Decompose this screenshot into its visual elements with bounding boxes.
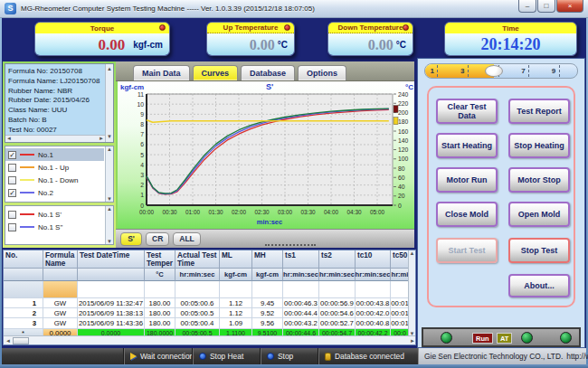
tab-main-data[interactable]: Main Data <box>133 65 190 80</box>
checkbox-icon[interactable] <box>8 176 16 184</box>
motor-stop-button[interactable]: Motor Stop <box>508 167 570 193</box>
chart-btn-s-prime[interactable]: S' <box>120 232 142 246</box>
scroll-left-icon[interactable]: ◄ <box>6 134 12 143</box>
scroll-down-icon[interactable]: ▼ <box>107 196 112 202</box>
scrollbar-thumb[interactable] <box>13 337 29 344</box>
scroll-right-icon[interactable]: ► <box>99 134 104 143</box>
formula-vscrollbar[interactable]: ▲▼ <box>105 64 113 142</box>
curve-list2-vscrollbar[interactable]: ▲▼ <box>105 206 113 244</box>
empty-cell[interactable] <box>220 281 252 298</box>
table-cell[interactable]: 00:00:52.7 <box>319 318 356 329</box>
table-cell[interactable]: 9.45 <box>252 298 283 308</box>
open-mold-button[interactable]: Open Mold <box>508 202 570 227</box>
table-cell[interactable]: 1 <box>4 298 43 308</box>
curve-list-item[interactable]: No.1 S' <box>5 208 104 221</box>
about-button[interactable]: About... <box>508 274 570 297</box>
curve-list-item[interactable]: ✓No.1 <box>5 148 104 161</box>
table-cell[interactable]: 00:00:54.6 <box>319 308 356 318</box>
table-cell[interactable]: 00:05:00.4 <box>175 318 220 329</box>
table-cell[interactable]: 1.09 <box>220 318 252 329</box>
table-cell[interactable]: 9.52 <box>252 308 283 318</box>
close-button[interactable]: × <box>556 0 583 13</box>
table-cell[interactable]: 00:05:00.6 <box>175 298 220 308</box>
stop-test-button[interactable]: Stop Test <box>508 238 570 263</box>
curve-list-item[interactable]: No.1 - Down <box>5 174 104 186</box>
checkbox-icon[interactable] <box>8 164 16 172</box>
empty-cell[interactable] <box>391 281 410 298</box>
table-cell[interactable]: 00:00:40.8 <box>356 318 391 329</box>
table-cell[interactable]: 00:01 <box>391 318 410 329</box>
table-cell[interactable]: GW <box>43 298 78 308</box>
empty-cell[interactable] <box>356 281 391 298</box>
table-cell[interactable]: 1.12 <box>220 298 252 308</box>
curve-list-item[interactable]: No.1 - Up <box>5 161 104 174</box>
table-cell[interactable]: 180.00 <box>145 308 175 318</box>
tab-database[interactable]: Database <box>241 65 295 80</box>
range-slider[interactable]: 13579 <box>424 63 578 79</box>
table-cell[interactable]: 180.00 <box>145 318 175 329</box>
scroll-right-icon[interactable]: ► <box>410 338 415 344</box>
table-cell[interactable]: 00:01 <box>391 298 410 308</box>
empty-cell[interactable] <box>319 281 356 298</box>
table-cell[interactable]: 00:00:43.8 <box>356 298 391 308</box>
clear-test-data-button[interactable]: Clear Test Data <box>436 99 498 124</box>
checkbox-icon[interactable]: ✓ <box>8 189 16 197</box>
minimize-button[interactable]: – <box>518 0 536 13</box>
table-cell[interactable]: GW <box>43 308 78 318</box>
table-cell[interactable]: 00:00:43.2 <box>283 318 319 329</box>
tab-curves[interactable]: Curves <box>193 65 239 80</box>
empty-cell[interactable] <box>283 281 319 298</box>
empty-cell[interactable] <box>145 281 175 298</box>
curve-list-item[interactable]: ✓No.2 <box>5 186 104 199</box>
chart-btn-cr[interactable]: CR <box>146 232 169 246</box>
table-vscrollbar[interactable]: ▲▼ <box>408 250 415 336</box>
table-cell[interactable]: 00:05:00.5 <box>175 308 220 318</box>
table-cell[interactable]: GW <box>43 318 78 329</box>
scroll-left-icon[interactable]: ◄ <box>5 338 11 344</box>
empty-cell[interactable] <box>252 281 283 298</box>
table-cell[interactable]: 2015/06/09 11:32:47 <box>78 298 145 308</box>
checkbox-icon[interactable] <box>8 211 16 219</box>
start-heating-button[interactable]: Start Heating <box>436 133 498 158</box>
scroll-up-icon[interactable]: ▲ <box>107 146 112 152</box>
empty-cell[interactable] <box>78 281 145 298</box>
table-cell[interactable]: 00:01 <box>391 308 410 318</box>
table-cell[interactable]: 9.56 <box>252 318 283 329</box>
checkbox-icon[interactable] <box>8 223 16 231</box>
slider-knob[interactable] <box>485 65 503 77</box>
table-cell[interactable]: 3 <box>4 318 43 329</box>
splitter-handle[interactable] <box>265 244 316 246</box>
checkbox-icon[interactable]: ✓ <box>8 151 16 159</box>
table-cell[interactable]: 2015/06/09 11:38:13 <box>78 308 145 318</box>
empty-cell[interactable] <box>175 281 220 298</box>
table-cell[interactable]: 2015/06/09 11:43:36 <box>78 318 145 329</box>
table-cell[interactable]: 00:00:44.4 <box>283 308 319 318</box>
start-test-button[interactable]: Start Test <box>436 238 498 263</box>
title-bar[interactable]: S MG-Rheometer Computer System Testing M… <box>0 0 588 18</box>
curve-list-vscrollbar[interactable]: ▲▼ <box>105 146 113 202</box>
table-cell[interactable]: 00:00:46.3 <box>283 298 319 308</box>
scroll-up-icon[interactable]: ▲ <box>107 206 112 212</box>
checkbox-icon[interactable] <box>8 202 16 203</box>
stop-heating-button[interactable]: Stop Heating <box>508 133 570 158</box>
empty-cell[interactable] <box>4 281 43 298</box>
close-mold-button[interactable]: Close Mold <box>436 202 498 227</box>
scroll-down-icon[interactable]: ▼ <box>107 239 112 244</box>
scroll-down-icon[interactable]: ▼ <box>107 132 112 142</box>
scroll-up-icon[interactable]: ▲ <box>107 64 112 74</box>
tab-options[interactable]: Options <box>298 65 346 80</box>
table-cell[interactable]: 00:00:42.0 <box>356 308 391 318</box>
table-hscrollbar[interactable]: ◄ ► <box>4 335 416 344</box>
chart-btn-all[interactable]: ALL <box>173 232 201 246</box>
maximize-button[interactable]: □ <box>537 0 555 13</box>
curve-list-item[interactable]: No.1 S" <box>5 221 104 233</box>
table-cell[interactable]: 2 <box>4 308 43 318</box>
test-report-button[interactable]: Test Report <box>508 99 570 124</box>
motor-run-button[interactable]: Motor Run <box>436 167 498 193</box>
table-cell[interactable]: 1.12 <box>220 308 252 318</box>
empty-cell[interactable] <box>43 281 78 298</box>
table-cell[interactable]: 00:00:56.9 <box>319 298 356 308</box>
table-cell[interactable]: 180.00 <box>145 298 175 308</box>
scroll-up-icon[interactable]: ▲ <box>410 250 415 256</box>
curve-list-item[interactable]: No.2 - Up <box>5 199 104 203</box>
